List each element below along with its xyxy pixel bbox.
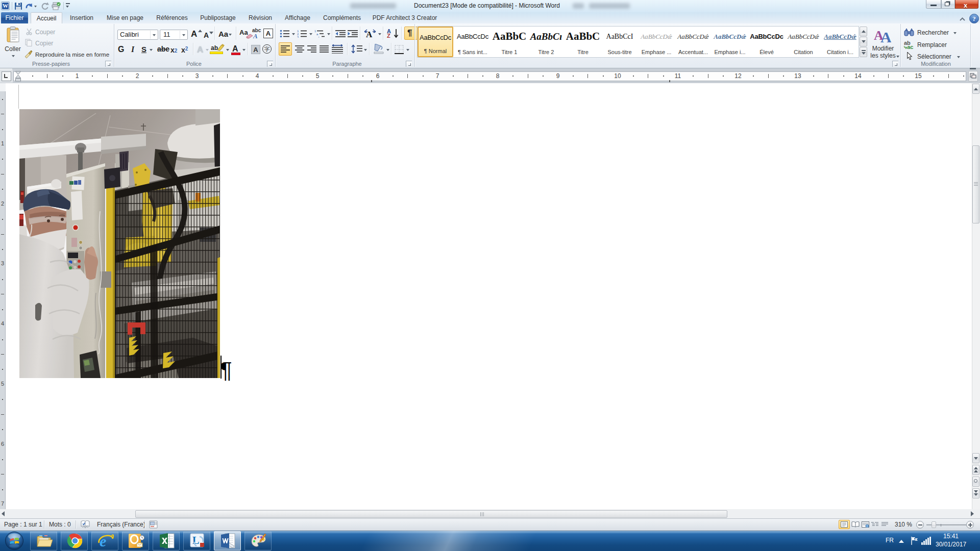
svg-text:L: L bbox=[192, 535, 199, 546]
svg-text:A: A bbox=[880, 29, 891, 43]
svg-text:A: A bbox=[366, 30, 373, 39]
svg-text:3: 3 bbox=[297, 36, 299, 38]
svg-text:i: i bbox=[318, 36, 319, 38]
svg-text:e: e bbox=[100, 533, 106, 549]
